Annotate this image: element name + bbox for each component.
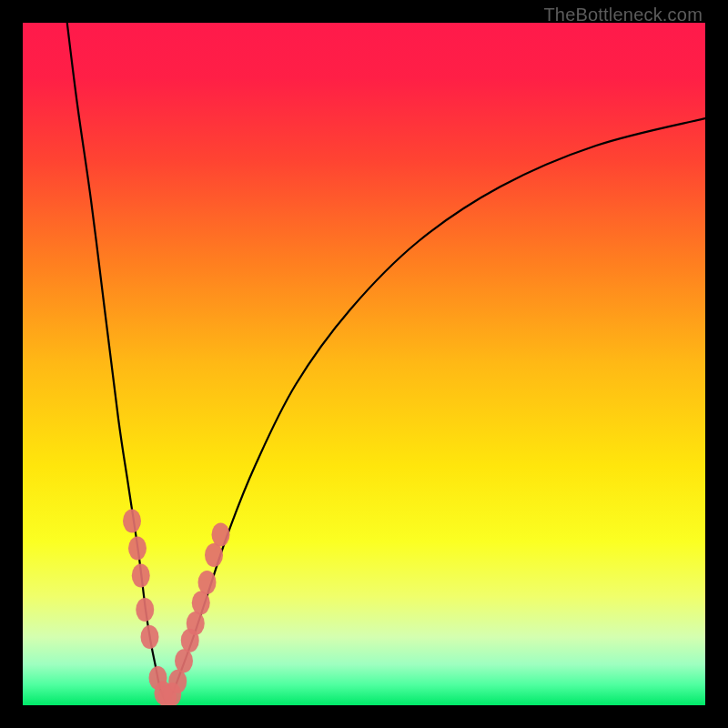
marker-dot	[187, 612, 205, 635]
marker-dot	[141, 625, 159, 649]
plot-area	[23, 23, 705, 705]
marker-dot	[132, 564, 150, 588]
curve-left-branch	[67, 23, 167, 702]
marker-dot	[198, 571, 217, 594]
marker-dot	[192, 592, 210, 615]
chart-frame: TheBottleneck.com	[0, 0, 728, 728]
marker-dot	[205, 543, 223, 567]
marker-dot	[212, 523, 230, 547]
marker-dot	[123, 510, 141, 533]
marker-group	[123, 510, 230, 706]
curve-layer	[23, 23, 705, 705]
curve-right-branch	[167, 118, 706, 702]
marker-dot	[175, 649, 193, 672]
marker-dot	[136, 598, 154, 622]
marker-dot	[128, 537, 147, 561]
marker-dot	[168, 670, 187, 693]
